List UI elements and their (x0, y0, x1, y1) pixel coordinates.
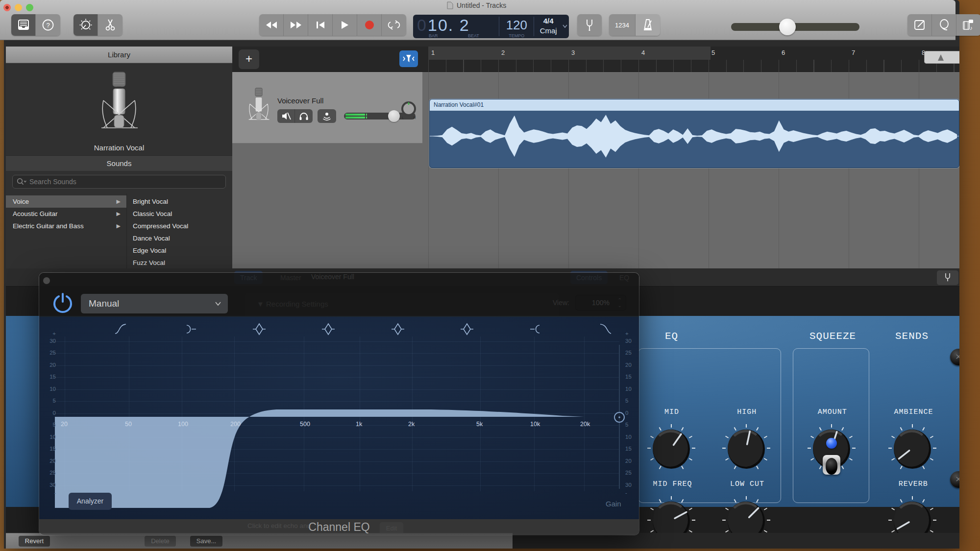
lcd-tempo-section[interactable]: 120 TEMPO (499, 15, 534, 38)
tuner-button[interactable] (577, 14, 602, 36)
delete-button[interactable]: Delete (145, 536, 176, 547)
eq-band-button-3[interactable] (252, 322, 266, 338)
eq-band-button-6[interactable] (460, 322, 474, 338)
eq-band-button-4[interactable] (321, 322, 335, 338)
db-tick-label: 10 (43, 386, 56, 392)
loop-browser-button[interactable] (932, 14, 956, 36)
disclosure-arrow-icon: ▶ (117, 195, 121, 208)
preset-dropdown[interactable]: Manual (81, 294, 228, 313)
plugin-footer: Channel EQ (39, 519, 639, 535)
db-tick-label: 15 (43, 446, 56, 452)
knob-label-mid-freq: MID FREQ (653, 480, 692, 488)
knob-mid-freq[interactable] (644, 493, 698, 533)
metronome-button[interactable] (636, 14, 660, 36)
db-tick-label: 25 (625, 350, 638, 356)
editors-button[interactable] (98, 14, 122, 36)
smart-controls-button[interactable] (74, 14, 98, 36)
knob-ambience[interactable] (885, 421, 939, 475)
sidebar-category-electric-guitar-and-bass[interactable]: Electric Guitar and Bass▶ (6, 220, 126, 232)
knob-mid[interactable] (644, 421, 698, 475)
svg-text:?: ? (46, 22, 49, 29)
frequency-tick-label: 2k (408, 421, 415, 428)
volume-slider-thumb[interactable] (779, 19, 796, 35)
preset-value: Manual (89, 298, 119, 309)
record-button[interactable] (357, 14, 382, 36)
mute-solo-group (277, 109, 313, 123)
track-volume-thumb[interactable] (388, 110, 400, 122)
db-tick-label: 30 (43, 338, 56, 344)
knob-reverb[interactable] (885, 493, 939, 533)
cycle-button[interactable] (382, 14, 406, 36)
library-header: Library (6, 47, 232, 63)
lcd-menu-chevron-wrap[interactable] (563, 15, 569, 38)
eq-graph[interactable]: +30252015105051015202530- +3025201510505… (39, 317, 639, 519)
tuner-button-small[interactable] (937, 270, 958, 285)
play-icon (341, 21, 349, 29)
rewind-button[interactable] (259, 14, 284, 36)
sidebar-category-acoustic-guitar[interactable]: Acoustic Guitar▶ (6, 208, 126, 220)
patch-item-bright-vocal[interactable]: Bright Vocal (127, 195, 232, 208)
sidebar-category-voice[interactable]: Voice▶ (6, 195, 126, 208)
knob-low-cut[interactable] (719, 493, 773, 533)
fast-forward-button[interactable] (284, 14, 308, 36)
count-in-button[interactable]: 1234 (609, 14, 636, 36)
search-sounds-field[interactable]: Search Sounds (12, 175, 226, 189)
patch-item-edge-vocal[interactable]: Edge Vocal (127, 244, 232, 257)
db-tick-label: 20 (625, 458, 638, 464)
zoom-slider-handle[interactable] (938, 54, 944, 61)
meter-bar (345, 117, 365, 119)
revert-button[interactable]: Revert (19, 536, 50, 547)
minimize-window-button[interactable] (15, 4, 22, 11)
mute-button[interactable] (277, 109, 295, 123)
squeeze-toggle-switch[interactable] (821, 452, 842, 478)
fast-forward-icon (290, 21, 302, 29)
patch-item-compressed-vocal[interactable]: Compressed Vocal (127, 220, 232, 232)
eq-band-button-7[interactable] (530, 322, 543, 338)
analyzer-button[interactable]: Analyzer (69, 493, 112, 510)
ruler-bar-number: 1 (431, 49, 435, 56)
input-monitoring-button[interactable] (318, 109, 336, 123)
patch-item-fuzz-vocal[interactable]: Fuzz Vocal (127, 257, 232, 269)
knob-high[interactable] (719, 421, 773, 475)
gain-slider-handle[interactable] (613, 411, 626, 424)
lcd-key-section[interactable]: 4/4 Cmaj (534, 15, 563, 38)
quick-help-button[interactable]: ? (36, 14, 60, 36)
eq-band-button-5[interactable] (391, 322, 405, 338)
pan-knob[interactable]: LR (399, 100, 418, 120)
go-to-beginning-button[interactable] (308, 14, 333, 36)
library-toggle-button[interactable] (11, 14, 36, 36)
eq-band-button-8[interactable] (599, 322, 612, 338)
solo-button[interactable] (295, 109, 313, 123)
track-name[interactable]: Voiceover Full (277, 96, 323, 105)
microphone-image (97, 70, 142, 143)
eq-band-button-2[interactable] (183, 322, 196, 338)
eq-curve (39, 317, 639, 519)
play-button[interactable] (333, 14, 357, 36)
master-volume-slider[interactable] (731, 23, 859, 31)
chevron-down-icon (563, 24, 567, 28)
save-button[interactable]: Save... (190, 536, 222, 547)
plugin-close-button[interactable] (43, 277, 50, 284)
catch-playhead-button[interactable] (399, 50, 418, 67)
rewind-icon (266, 21, 277, 29)
region-label: Narration Vocal#01 (430, 99, 959, 111)
patch-item-dance-vocal[interactable]: Dance Vocal (127, 232, 232, 244)
lcd-display[interactable]: 0 10. 2 BAR BEAT 120 TEMPO 4/4 Cmaj (413, 15, 569, 38)
eq-band-button-1[interactable] (114, 322, 127, 338)
lcd-position-section[interactable]: 0 10. 2 BAR BEAT (413, 15, 499, 38)
audio-region[interactable]: Narration Vocal#01 (429, 99, 959, 168)
metronome-icon (642, 19, 654, 31)
close-window-button[interactable] (3, 4, 11, 11)
toggle-bat (826, 458, 837, 475)
zoom-window-button[interactable] (26, 4, 33, 11)
track-header[interactable]: Voiceover Full (232, 72, 422, 144)
track-mic-thumbnail (246, 83, 271, 132)
patch-item-classic-vocal[interactable]: Classic Vocal (127, 208, 232, 220)
zoom-slider[interactable] (924, 51, 959, 64)
note-pad-button[interactable] (907, 14, 932, 36)
power-button-icon[interactable] (51, 291, 74, 314)
channel-eq-window[interactable]: Manual +30252015105051015202530- +302520… (39, 273, 639, 535)
db-tick-label: + (43, 331, 56, 336)
add-track-button[interactable]: + (239, 49, 259, 69)
media-browser-button[interactable]: ♪ (956, 14, 980, 36)
